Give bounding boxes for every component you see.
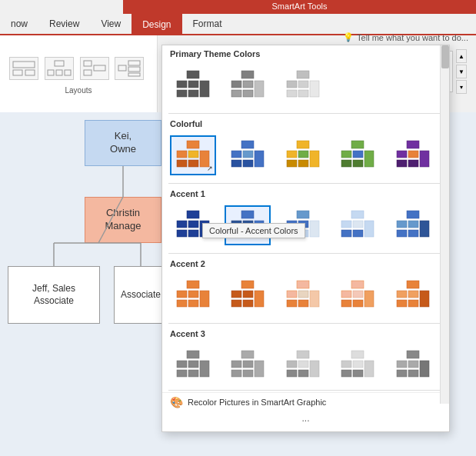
color-option-a2-1[interactable] <box>170 275 216 315</box>
svg-rect-161 <box>241 351 254 358</box>
svg-rect-91 <box>408 151 418 158</box>
color-option-a3-3[interactable] <box>280 345 326 385</box>
svg-rect-61 <box>298 81 308 88</box>
svg-rect-120 <box>397 221 407 228</box>
tab-now[interactable]: now <box>0 14 38 34</box>
color-option-cf3[interactable] <box>280 135 326 175</box>
svg-rect-173 <box>351 351 364 358</box>
svg-rect-72 <box>231 151 241 158</box>
svg-rect-140 <box>287 300 297 307</box>
cursor-indicator: ↗ <box>207 165 213 172</box>
svg-rect-136 <box>255 291 264 307</box>
layout-thumb-2[interactable] <box>45 57 74 80</box>
svg-rect-139 <box>298 291 308 298</box>
svg-rect-71 <box>241 141 254 148</box>
styles-scroll-buttons: ▲ ▼ ▾ <box>456 49 467 94</box>
svg-rect-128 <box>177 300 187 307</box>
svg-rect-11 <box>128 61 140 65</box>
svg-rect-1 <box>13 70 22 75</box>
svg-rect-76 <box>255 151 264 167</box>
svg-rect-4 <box>48 70 54 75</box>
more-row[interactable]: ... <box>162 411 449 425</box>
color-option-a3-2[interactable] <box>225 345 271 385</box>
color-option-pt2[interactable] <box>225 65 271 105</box>
svg-rect-55 <box>243 81 253 88</box>
color-option-a3-4[interactable] <box>335 345 381 385</box>
svg-rect-135 <box>243 300 253 307</box>
svg-rect-80 <box>287 160 297 167</box>
svg-rect-131 <box>241 281 254 288</box>
svg-rect-163 <box>243 361 253 368</box>
svg-rect-68 <box>177 160 187 167</box>
color-option-a2-3[interactable] <box>280 275 326 315</box>
scroll-more-button[interactable]: ▾ <box>456 80 467 94</box>
layout-thumb-3[interactable] <box>80 57 109 80</box>
svg-rect-168 <box>287 361 297 368</box>
org-node-christin[interactable]: ChristinManage <box>85 197 161 243</box>
svg-rect-3 <box>55 61 64 66</box>
svg-rect-155 <box>187 351 199 358</box>
color-option-a2-5[interactable] <box>390 275 436 315</box>
recolor-pictures-row[interactable]: 🎨 Recolor Pictures in SmartArt Graphic <box>162 392 449 411</box>
scrollbar-thumb[interactable] <box>441 45 449 68</box>
org-node-kei[interactable]: Kei,Owne <box>85 120 161 166</box>
svg-rect-86 <box>341 160 351 167</box>
svg-rect-159 <box>188 370 198 377</box>
org-node-associate[interactable]: Associate <box>114 266 168 324</box>
tab-view[interactable]: View <box>90 14 131 34</box>
svg-rect-98 <box>177 230 187 237</box>
svg-rect-182 <box>397 370 407 377</box>
svg-rect-63 <box>298 90 308 97</box>
tab-format[interactable]: Format <box>182 14 233 34</box>
svg-rect-89 <box>407 141 419 148</box>
color-option-cf2[interactable] <box>225 135 271 175</box>
svg-rect-101 <box>241 211 254 218</box>
accent2-grid <box>162 272 449 321</box>
org-node-jeff[interactable]: Jeff, SalesAssociate <box>8 266 100 324</box>
recolor-icon: 🎨 <box>170 396 183 408</box>
ribbon-tabs: now Review View Design Format 💡 Tell me … <box>0 14 476 35</box>
svg-rect-121 <box>408 221 418 228</box>
color-option-a2-2[interactable] <box>225 275 271 315</box>
svg-rect-122 <box>397 230 407 237</box>
tab-review[interactable]: Review <box>38 14 90 34</box>
section-accent1: Accent 1 <box>162 185 449 202</box>
layouts-grid <box>6 54 151 83</box>
layout-thumb-4[interactable] <box>115 57 144 80</box>
color-option-pt1[interactable] <box>170 65 216 105</box>
scroll-up-button[interactable]: ▲ <box>456 49 467 63</box>
color-option-a2-4[interactable] <box>335 275 381 315</box>
svg-rect-181 <box>408 361 418 368</box>
svg-rect-183 <box>408 370 418 377</box>
svg-rect-124 <box>420 221 429 237</box>
svg-rect-56 <box>231 90 241 97</box>
scroll-down-button[interactable]: ▼ <box>456 65 467 78</box>
svg-rect-113 <box>351 211 364 218</box>
svg-rect-74 <box>231 160 241 167</box>
svg-rect-165 <box>243 370 253 377</box>
color-option-cf1[interactable]: ↗ <box>170 135 216 175</box>
svg-rect-164 <box>231 370 241 377</box>
dropdown-scrollbar[interactable] <box>440 45 449 404</box>
color-option-a3-5[interactable] <box>390 345 436 385</box>
svg-rect-75 <box>243 160 253 167</box>
svg-rect-83 <box>351 141 364 148</box>
svg-rect-153 <box>408 300 418 307</box>
svg-rect-85 <box>353 151 363 158</box>
layout-thumb-1[interactable] <box>9 57 38 80</box>
color-option-cf4[interactable] <box>335 135 381 175</box>
color-option-a1-4[interactable] <box>335 205 381 245</box>
svg-rect-117 <box>353 230 363 237</box>
svg-rect-134 <box>231 300 241 307</box>
svg-rect-10 <box>118 65 126 71</box>
svg-rect-87 <box>353 160 363 167</box>
color-option-a3-1[interactable] <box>170 345 216 385</box>
svg-rect-130 <box>200 291 209 307</box>
color-option-a1-5[interactable] <box>390 205 436 245</box>
svg-rect-9 <box>94 65 105 71</box>
color-option-pt3[interactable] <box>280 65 326 105</box>
svg-rect-160 <box>200 361 209 377</box>
tab-design[interactable]: Design <box>131 14 181 35</box>
color-option-cf5[interactable] <box>390 135 436 175</box>
smartart-tools-title: SmartArt Tools <box>123 0 476 14</box>
